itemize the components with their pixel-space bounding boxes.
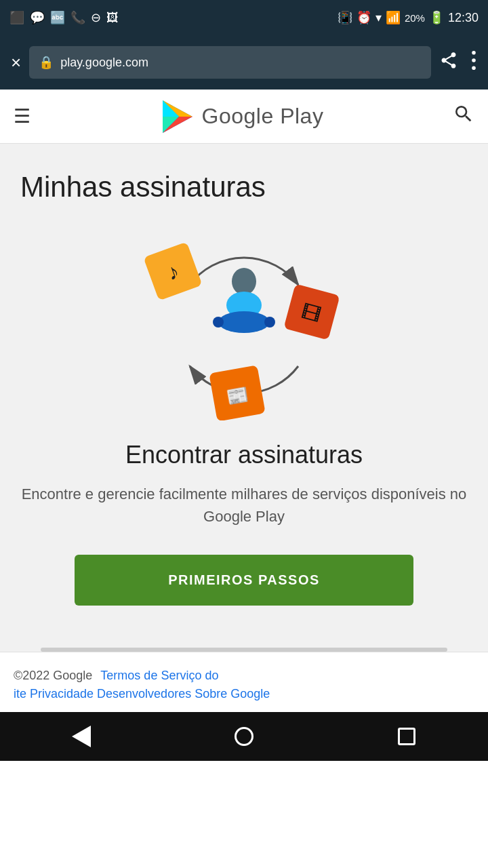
privacy-link[interactable]: ite Privacidade Desenvolvedores Sobre Go…	[14, 687, 270, 701]
copyright-text: ©2022 Google	[14, 669, 92, 683]
svg-point-0	[472, 51, 476, 55]
battery-level: 20%	[405, 12, 425, 24]
message-icon: ⬛	[9, 10, 24, 25]
google-play-label: Google Play	[202, 104, 324, 129]
status-icons-left: ⬛ 💬 🔤 📞 ⊖ 🖼	[9, 10, 119, 25]
search-icon[interactable]	[453, 103, 474, 130]
url-bar[interactable]: 🔒 play.google.com	[29, 46, 431, 79]
battery-icon: 🔋	[429, 10, 444, 25]
google-play-triangle-icon	[160, 99, 195, 134]
google-play-header: ☰ Google Play	[0, 90, 488, 144]
svg-point-16	[232, 268, 256, 295]
get-started-button[interactable]: PRIMEIROS PASSOS	[75, 555, 413, 606]
status-icons-right: 📳 ⏰ ▾ 📶 20% 🔋 12:30	[338, 10, 479, 25]
whatsapp-icon: 💬	[30, 10, 45, 25]
find-subscriptions-desc: Encontre e gerencie facilmente milhares …	[20, 483, 468, 528]
translate-icon: 🔤	[50, 10, 65, 25]
find-subscriptions-title: Encontrar assinaturas	[20, 441, 468, 469]
svg-point-2	[472, 66, 476, 70]
recents-button[interactable]	[386, 716, 427, 757]
subscriptions-illustration: ♪ 🎞 📰	[20, 231, 468, 420]
hamburger-menu-icon[interactable]: ☰	[14, 105, 30, 127]
signal-icon: 📶	[386, 10, 401, 25]
vibrate-icon: 📳	[338, 10, 352, 25]
page-title: Minhas assinaturas	[20, 171, 468, 203]
bottom-nav-bar	[0, 712, 488, 761]
browser-chrome: × 🔒 play.google.com	[0, 35, 488, 90]
url-text: play.google.com	[60, 56, 148, 70]
google-play-logo: Google Play	[160, 99, 324, 134]
status-bar: ⬛ 💬 🔤 📞 ⊖ 🖼 📳 ⏰ ▾ 📶 20% 🔋 12:30	[0, 0, 488, 35]
svg-point-20	[264, 317, 275, 328]
illustration-svg: ♪ 🎞 📰	[136, 231, 352, 420]
wifi-icon: ▾	[375, 10, 382, 25]
footer-line-2: ite Privacidade Desenvolvedores Sobre Go…	[14, 687, 474, 701]
terms-link[interactable]: Termos de Serviço do	[100, 669, 218, 683]
close-tab-button[interactable]: ×	[11, 52, 21, 73]
minus-icon: ⊖	[91, 10, 101, 25]
share-icon[interactable]	[439, 51, 458, 74]
clock: 12:30	[448, 11, 479, 25]
back-button[interactable]	[61, 716, 102, 757]
footer: ©2022 Google Termos de Serviço do ite Pr…	[0, 652, 488, 712]
svg-point-19	[213, 317, 224, 328]
main-content: Minhas assinaturas	[0, 144, 488, 626]
browser-actions	[439, 51, 477, 74]
footer-line-1: ©2022 Google Termos de Serviço do	[14, 669, 474, 683]
home-button[interactable]	[224, 716, 264, 757]
missed-call-icon: 📞	[70, 10, 85, 25]
image-icon: 🖼	[106, 11, 119, 25]
lock-icon: 🔒	[39, 55, 54, 70]
alarm-icon: ⏰	[357, 10, 371, 25]
more-options-icon[interactable]	[470, 51, 477, 74]
svg-point-18	[218, 311, 270, 333]
svg-point-1	[472, 58, 476, 62]
